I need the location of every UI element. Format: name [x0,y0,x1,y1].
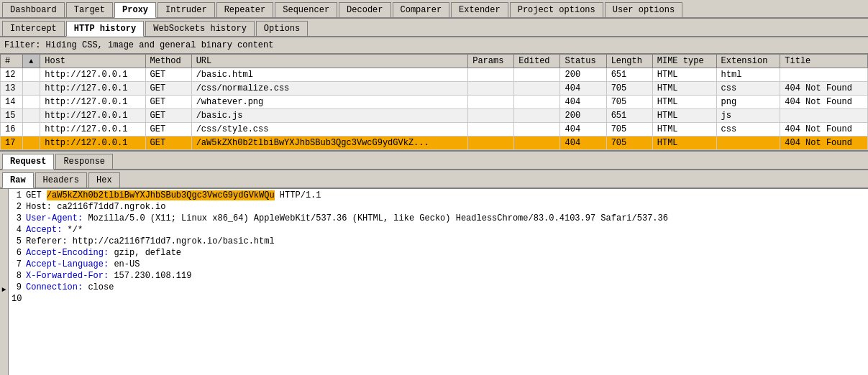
top-nav-tab-user-options[interactable]: User options [605,2,682,17]
request-line-9: 9Connection: close [12,282,865,294]
top-nav-tab-sequencer[interactable]: Sequencer [275,2,337,17]
col-num: # [1,55,23,68]
raw-hex-tab-hex[interactable]: Hex [88,172,120,188]
cell-host: http://127.0.0.1 [40,109,145,123]
side-arrow-button[interactable]: ► [0,189,9,375]
table-header-row: # ▲ Host Method URL Params Edited Status… [1,55,868,68]
col-ext[interactable]: Extension [716,55,780,68]
request-body-wrap: ► 1GET /aW5kZXh0b2tlbiBwYXJhbSBub3Qgc3Vw… [0,189,868,375]
col-length[interactable]: Length [606,55,652,68]
top-nav-tab-proxy[interactable]: Proxy [114,2,156,18]
request-line-5: 5Referer: http://ca2116f71dd7.ngrok.io/b… [12,236,865,248]
line-content [26,294,865,305]
cell-num: 14 [1,96,23,109]
cell-mime: HTML [652,136,716,150]
col-url[interactable]: URL [191,55,468,68]
table-header: # ▲ Host Method URL Params Edited Status… [1,55,868,68]
cell-num: 17 [1,136,23,150]
raw-hex-tab-raw[interactable]: Raw [2,172,34,188]
sub-nav-tab-http-history[interactable]: HTTP history [66,21,144,37]
cell-ext [716,136,780,150]
line-label: Accept-Language: [26,259,109,269]
cell-title [780,109,868,123]
top-nav-tab-decoder[interactable]: Decoder [339,2,390,17]
cell-edited [514,82,560,96]
request-line-7: 7Accept-Language: en-US [12,259,865,271]
cell-mime: HTML [652,109,716,123]
line-content: Referer: http://ca2116f71dd7.ngrok.io/ba… [26,236,865,248]
line-label: Accept: [26,225,62,235]
cell-mime: HTML [652,68,716,82]
table-row[interactable]: 14http://127.0.0.1GET/whatever.png404705… [1,96,868,109]
cell-status: 200 [560,109,606,123]
req-res-tab-request[interactable]: Request [2,154,54,170]
main-layout: Filter: Hiding CSS, image and general bi… [0,37,868,375]
sub-nav-tab-intercept[interactable]: Intercept [2,21,65,36]
cell-title: 404 Not Found [780,96,868,109]
line-number: 6 [12,248,26,259]
cell-mime: HTML [652,123,716,136]
col-edited[interactable]: Edited [514,55,560,68]
cell-mime: HTML [652,96,716,109]
cell-ext: css [716,123,780,136]
top-nav-tab-intruder[interactable]: Intruder [157,2,215,17]
col-method[interactable]: Method [145,55,191,68]
filter-bar: Filter: Hiding CSS, image and general bi… [0,37,868,54]
line-number: 5 [12,236,26,248]
top-nav-tab-project-options[interactable]: Project options [510,2,603,17]
line-label: Accept-Encoding: [26,248,109,258]
cell-title [780,68,868,82]
cell-method: GET [145,96,191,109]
col-title[interactable]: Title [780,55,868,68]
cell-params [468,96,514,109]
cell-url: /basic.js [191,109,468,123]
line-number: 8 [12,271,26,282]
line-label: Connection: [26,282,83,292]
sub-nav: InterceptHTTP historyWebSockets historyO… [0,19,868,37]
cell-ext: html [716,68,780,82]
cell-host: http://127.0.0.1 [40,68,145,82]
col-mime[interactable]: MIME type [652,55,716,68]
col-params[interactable]: Params [468,55,514,68]
col-host[interactable]: Host [40,55,145,68]
line-label: X-Forwarded-For: [26,271,109,281]
request-line-3: 3User-Agent: Mozilla/5.0 (X11; Linux x86… [12,213,865,225]
top-nav-tab-comparer[interactable]: Comparer [393,2,450,17]
table-section: # ▲ Host Method URL Params Edited Status… [0,54,868,152]
top-nav-tab-extender[interactable]: Extender [451,2,508,17]
line-content: Connection: close [26,282,865,294]
sub-nav-tab-websockets-history[interactable]: WebSockets history [145,21,255,36]
cell-sort [23,96,40,109]
cell-url: /basic.html [191,68,468,82]
table-row[interactable]: 16http://127.0.0.1GET/css/style.css40470… [1,123,868,136]
cell-url: /css/style.css [191,123,468,136]
cell-mime: HTML [652,82,716,96]
table-row[interactable]: 17http://127.0.0.1GET/aW5kZXh0b2tlbiBwYX… [1,136,868,150]
cell-ext: css [716,82,780,96]
cell-method: GET [145,68,191,82]
table-row[interactable]: 13http://127.0.0.1GET/css/normalize.css4… [1,82,868,96]
col-status[interactable]: Status [560,55,606,68]
top-nav: DashboardTargetProxyIntruderRepeaterSequ… [0,0,868,19]
top-nav-tab-dashboard[interactable]: Dashboard [2,2,65,17]
raw-hex-tab-headers[interactable]: Headers [35,172,87,188]
table-row[interactable]: 12http://127.0.0.1GET/basic.html200651HT… [1,68,868,82]
cell-status: 404 [560,123,606,136]
sub-nav-tab-options[interactable]: Options [256,21,308,36]
col-sort[interactable]: ▲ [23,55,40,68]
cell-ext: js [716,109,780,123]
cell-status: 404 [560,82,606,96]
cell-method: GET [145,123,191,136]
table-row[interactable]: 15http://127.0.0.1GET/basic.js200651HTML… [1,109,868,123]
line-number: 4 [12,225,26,236]
line-content: Accept-Encoding: gzip, deflate [26,248,865,259]
raw-hex-nav: RawHeadersHex [0,170,868,189]
top-nav-tab-repeater[interactable]: Repeater [216,2,274,17]
cell-status: 404 [560,96,606,109]
cell-sort [23,136,40,150]
cell-title: 404 Not Found [780,123,868,136]
top-nav-tab-target[interactable]: Target [66,2,113,17]
req-res-tab-response[interactable]: Response [55,154,113,169]
cell-host: http://127.0.0.1 [40,82,145,96]
cell-sort [23,109,40,123]
